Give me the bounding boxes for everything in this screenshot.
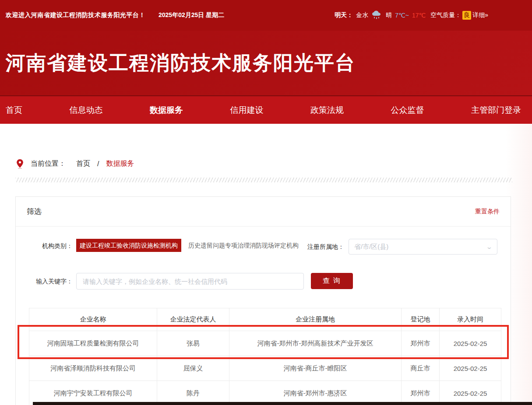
nav-item-admin-login[interactable]: 主管部门登录 xyxy=(471,105,521,116)
breadcrumb-home[interactable]: 首页 xyxy=(76,159,90,168)
air-quality-label: 空气质量： xyxy=(430,11,461,19)
air-quality-badge: 良 xyxy=(462,11,471,20)
top-info-bar: 欢迎进入河南省建设工程消防技术服务阳光平台！ 2025年02月25日 星期二 明… xyxy=(0,0,532,31)
cell-company-name: 河南宇宁安装工程有限公司 xyxy=(29,381,157,405)
filter-card-body: 机构类别： 建设工程竣工验收消防设施检测机构 历史遗留问题专项治理消防现场评定机… xyxy=(16,227,511,405)
cell-registered-address: 河南省-商丘市-睢阳区 xyxy=(229,356,402,381)
header-legal-rep: 企业法定代表人 xyxy=(157,308,229,331)
nav-item-supervision[interactable]: 公众监督 xyxy=(391,105,424,116)
weather-district: 金水 xyxy=(356,11,368,19)
site-banner: 河南省建设工程消防技术服务阳光平台 xyxy=(0,31,532,95)
breadcrumb-current[interactable]: 数据服务 xyxy=(106,159,134,168)
keyword-label: 输入关键字： xyxy=(29,273,73,290)
search-button[interactable]: 查 询 xyxy=(311,273,353,289)
weather-widget: 明天： 金水 晴 7℃~ 17℃ 空气质量： 良 详细» xyxy=(335,10,488,21)
cell-registration-place: 郑州市 xyxy=(402,381,440,405)
filter-title: 筛选 xyxy=(27,206,42,216)
filter-card: 筛选 重置条件 机构类别： 建设工程竣工验收消防设施检测机构 历史遗留问题专项治… xyxy=(15,196,511,405)
breadcrumb-label: 当前位置： xyxy=(31,159,66,168)
cell-company-name: 河南固瑞工程质量检测有限公司 xyxy=(29,331,157,356)
filter-card-header: 筛选 重置条件 xyxy=(16,197,511,227)
slash-divider xyxy=(15,178,512,182)
weather-tomorrow-label: 明天： xyxy=(335,11,353,19)
region-filter-group: 注册所属地： 省/市/区(县) ⌄ xyxy=(307,239,497,255)
nav-item-credit[interactable]: 信用建设 xyxy=(230,105,264,116)
category-label: 机构类别： xyxy=(29,239,73,253)
header-registration-place: 登记地 xyxy=(402,308,440,331)
main-nav: 首页 信息动态 数据服务 信用建设 政策法规 公众监督 主管部门登录 xyxy=(0,95,532,124)
table-row[interactable]: 河南宇宁安装工程有限公司 陈丹 河南省-郑州市-惠济区 郑州市 2025-02-… xyxy=(29,381,501,405)
chevron-down-icon: ⌄ xyxy=(486,244,493,250)
breadcrumb-separator: / xyxy=(97,160,99,168)
cell-entry-date: 2025-02-25 xyxy=(440,331,501,356)
breadcrumb: 当前位置： 首页 / 数据服务 xyxy=(0,124,532,169)
category-option-selected[interactable]: 建设工程竣工验收消防设施检测机构 xyxy=(76,239,181,252)
weather-temp-low: 7℃~ xyxy=(395,12,409,19)
welcome-text: 欢迎进入河南省建设工程消防技术服务阳光平台！ xyxy=(6,11,145,19)
keyword-input[interactable] xyxy=(76,273,304,290)
weather-detail-link[interactable]: 详细» xyxy=(472,11,488,19)
results-table: 企业名称 企业法定代表人 企业注册属地 登记地 录入时间 河南固瑞工程质量检测有… xyxy=(29,308,501,405)
location-pin-icon xyxy=(16,159,24,169)
header-company-name: 企业名称 xyxy=(29,308,157,331)
category-options: 建设工程竣工验收消防设施检测机构 历史遗留问题专项治理消防现场评定机构 xyxy=(76,239,302,252)
cell-registration-place: 商丘市 xyxy=(402,356,440,381)
cell-entry-date: 2025-02-25 xyxy=(440,381,501,405)
cell-registered-address: 河南省-郑州市-郑州高新技术产业开发区 xyxy=(229,331,402,356)
date-text: 2025年02月25日 星期二 xyxy=(159,11,224,19)
table-row[interactable]: 河南固瑞工程质量检测有限公司 张易 河南省-郑州市-郑州高新技术产业开发区 郑州… xyxy=(29,331,501,356)
nav-item-policy[interactable]: 政策法规 xyxy=(310,105,344,116)
header-entry-date: 录入时间 xyxy=(440,308,501,331)
nav-item-home[interactable]: 首页 xyxy=(6,105,22,116)
nav-item-data-service[interactable]: 数据服务 xyxy=(150,105,183,116)
cell-entry-date: 2025-02-25 xyxy=(440,356,501,381)
region-label: 注册所属地： xyxy=(307,239,344,255)
cell-registered-address: 河南省-郑州市-惠济区 xyxy=(229,381,402,405)
region-select[interactable]: 省/市/区(县) ⌄ xyxy=(349,239,497,255)
cell-legal-rep: 张易 xyxy=(157,331,229,356)
keyword-filter-row: 输入关键字： 查 询 xyxy=(29,273,497,290)
table-row[interactable]: 河南省泽顺消防科技有限公司 屈保义 河南省-商丘市-睢阳区 商丘市 2025-0… xyxy=(29,356,501,381)
cell-legal-rep: 陈丹 xyxy=(157,381,229,405)
weather-temp-high: 17℃ xyxy=(412,12,426,19)
header-registered-address: 企业注册属地 xyxy=(229,308,402,331)
cell-legal-rep: 屈保义 xyxy=(157,356,229,381)
category-option-unselected[interactable]: 历史遗留问题专项治理消防现场评定机构 xyxy=(185,239,302,252)
reset-conditions-link[interactable]: 重置条件 xyxy=(475,208,500,216)
footer-edge xyxy=(33,402,532,405)
category-filter-row: 机构类别： 建设工程竣工验收消防设施检测机构 历史遗留问题专项治理消防现场评定机… xyxy=(29,239,497,255)
cloud-rain-icon xyxy=(371,10,383,21)
nav-item-news[interactable]: 信息动态 xyxy=(70,105,103,116)
cell-company-name: 河南省泽顺消防科技有限公司 xyxy=(29,356,157,381)
table-header-row: 企业名称 企业法定代表人 企业注册属地 登记地 录入时间 xyxy=(29,308,501,331)
region-select-placeholder: 省/市/区(县) xyxy=(354,243,388,251)
site-title: 河南省建设工程消防技术服务阳光平台 xyxy=(6,50,356,76)
page: 欢迎进入河南省建设工程消防技术服务阳光平台！ 2025年02月25日 星期二 明… xyxy=(0,0,532,405)
weather-condition: 晴 xyxy=(386,11,392,19)
cell-registration-place: 郑州市 xyxy=(402,331,440,356)
